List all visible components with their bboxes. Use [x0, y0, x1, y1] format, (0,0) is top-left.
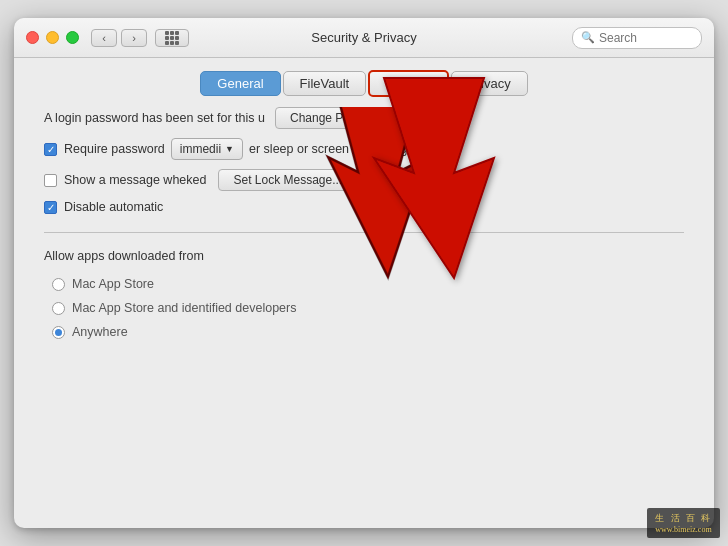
tab-filevault[interactable]: FileVault [283, 71, 367, 96]
require-password-dropdown[interactable]: immedii ▼ [171, 138, 243, 160]
disable-automatic-checkbox[interactable]: ✓ [44, 201, 57, 214]
require-password-label: Require password [64, 142, 165, 156]
disable-automatic-row: ✓ Disable automatic [44, 200, 684, 214]
minimize-button[interactable] [46, 31, 59, 44]
radio-mac-app-store-developers-btn[interactable] [52, 302, 65, 315]
nav-buttons: ‹ › [91, 29, 147, 47]
window: ‹ › Security & Privacy 🔍 General FileVau… [14, 18, 714, 528]
disable-automatic-label: Disable automatic [64, 200, 163, 214]
show-message-suffix: ked [186, 173, 206, 187]
login-section: A login password has been set for this u… [44, 107, 684, 214]
watermark-line2: www.bimeiz.com [655, 525, 712, 528]
radio-mac-app-store-developers[interactable]: Mac App Store and identified developers [44, 301, 684, 315]
traffic-lights [26, 31, 79, 44]
radio-anywhere[interactable]: Anywhere [44, 325, 684, 339]
radio-anywhere-btn[interactable] [52, 326, 65, 339]
maximize-button[interactable] [66, 31, 79, 44]
radio-mac-app-store-label: Mac App Store [72, 277, 154, 291]
title-bar: ‹ › Security & Privacy 🔍 [14, 18, 714, 58]
tabs-bar: General FileVault Firewall Privacy [14, 58, 714, 107]
radio-mac-app-store-developers-label: Mac App Store and identified developers [72, 301, 296, 315]
allow-apps-title: Allow apps downloaded from [44, 249, 684, 263]
set-lock-message-button[interactable]: Set Lock Message... [218, 169, 357, 191]
search-input[interactable] [599, 31, 689, 45]
watermark-line1: 生 活 百 科 [655, 512, 712, 525]
login-password-text: A login password has been set for this u [44, 111, 265, 125]
show-message-label: Show a message whe [64, 173, 186, 187]
grid-view-button[interactable] [155, 29, 189, 47]
content-area: A login password has been set for this u… [14, 107, 714, 528]
tab-privacy[interactable]: Privacy [451, 71, 528, 96]
require-password-row: ✓ Require password immedii ▼ er sleep or… [44, 138, 684, 160]
grid-icon [165, 31, 179, 45]
close-button[interactable] [26, 31, 39, 44]
change-password-button[interactable]: Change Password... [275, 107, 413, 129]
window-title: Security & Privacy [311, 30, 416, 45]
radio-anywhere-label: Anywhere [72, 325, 128, 339]
tab-general[interactable]: General [200, 71, 280, 96]
require-password-checkbox[interactable]: ✓ [44, 143, 57, 156]
dropdown-value: immedii [180, 142, 221, 156]
search-bar[interactable]: 🔍 [572, 27, 702, 49]
search-icon: 🔍 [581, 31, 595, 44]
show-message-checkbox[interactable] [44, 174, 57, 187]
allow-apps-section: Allow apps downloaded from Mac App Store… [44, 249, 684, 339]
forward-button[interactable]: › [121, 29, 147, 47]
show-message-row: Show a message whe ked Set Lock Message.… [44, 169, 684, 191]
radio-mac-app-store[interactable]: Mac App Store [44, 277, 684, 291]
chevron-down-icon: ▼ [225, 144, 234, 154]
tab-firewall[interactable]: Firewall [368, 70, 449, 97]
radio-mac-app-store-btn[interactable] [52, 278, 65, 291]
watermark: 生 活 百 科 www.bimeiz.com [647, 508, 714, 528]
require-password-suffix: er sleep or screen saver begins [249, 142, 423, 156]
divider [44, 232, 684, 233]
login-password-row: A login password has been set for this u… [44, 107, 684, 129]
back-button[interactable]: ‹ [91, 29, 117, 47]
